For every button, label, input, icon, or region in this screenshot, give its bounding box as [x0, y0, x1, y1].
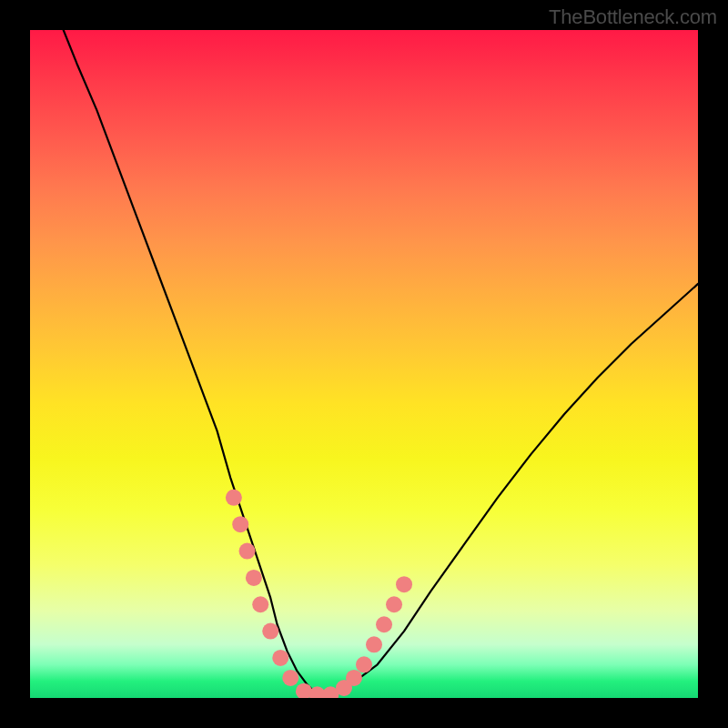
watermark-text: TheBottleneck.com — [549, 5, 717, 29]
chart-canvas: TheBottleneck.com — [0, 0, 728, 728]
plot-background-gradient — [30, 30, 698, 698]
